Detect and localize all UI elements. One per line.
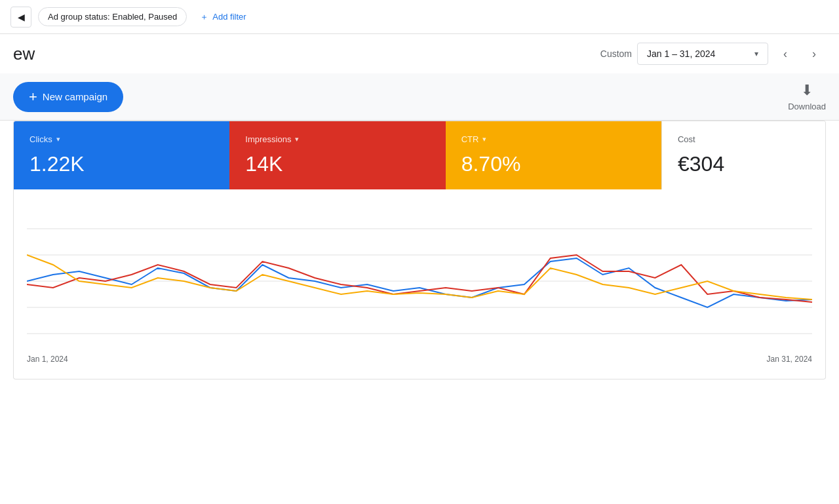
chart-x-label-start: Jan 1, 2024 bbox=[27, 355, 68, 364]
metric-card-clicks[interactable]: Clicks ▾ 1.22K bbox=[14, 121, 229, 189]
metric-label-impressions: Impressions ▾ bbox=[245, 134, 429, 144]
page-title: ew bbox=[13, 44, 35, 64]
date-controls: Custom Jan 1 – 31, 2024 ▾ ‹ › bbox=[600, 42, 826, 66]
next-date-button[interactable]: › bbox=[802, 42, 826, 66]
add-filter-icon: ＋ bbox=[200, 11, 208, 23]
plus-icon: + bbox=[29, 90, 37, 104]
metric-value-impressions: 14K bbox=[245, 152, 429, 176]
add-filter-button[interactable]: ＋ Add filter bbox=[193, 7, 252, 27]
prev-date-button[interactable]: ‹ bbox=[773, 42, 797, 66]
date-range-picker[interactable]: Jan 1 – 31, 2024 ▾ bbox=[637, 43, 768, 65]
metric-value-ctr: 8.70% bbox=[461, 152, 646, 176]
new-campaign-label: New campaign bbox=[43, 91, 107, 102]
metric-card-cost[interactable]: Cost €304 bbox=[661, 121, 825, 189]
chart-container: Jan 1, 2024 Jan 31, 2024 bbox=[13, 189, 826, 379]
metric-card-impressions[interactable]: Impressions ▾ 14K bbox=[229, 121, 445, 189]
metric-label-cost: Cost bbox=[678, 134, 810, 144]
chart-x-labels: Jan 1, 2024 Jan 31, 2024 bbox=[27, 349, 812, 369]
toolbar: + New campaign ⬇ Download bbox=[0, 73, 839, 121]
clicks-dropdown-icon: ▾ bbox=[56, 135, 60, 144]
download-icon: ⬇ bbox=[801, 82, 813, 99]
filter-bar: ◀ Ad group status: Enabled, Paused ＋ Add… bbox=[0, 0, 839, 34]
metrics-container: Clicks ▾ 1.22K Impressions ▾ 14K CTR ▾ 8… bbox=[13, 121, 826, 189]
performance-chart bbox=[27, 203, 812, 347]
chevron-down-icon: ▾ bbox=[754, 49, 758, 58]
metric-label-clicks: Clicks ▾ bbox=[29, 134, 214, 144]
status-filter-chip[interactable]: Ad group status: Enabled, Paused bbox=[38, 7, 187, 26]
download-button[interactable]: ⬇ Download bbox=[788, 82, 826, 111]
download-label: Download bbox=[788, 102, 826, 111]
toolbar-actions: ⬇ Download bbox=[788, 82, 826, 111]
custom-label: Custom bbox=[600, 48, 632, 59]
overview-header: ew Custom Jan 1 – 31, 2024 ▾ ‹ › bbox=[0, 34, 839, 73]
chart-x-label-end: Jan 31, 2024 bbox=[767, 355, 812, 364]
date-range-value: Jan 1 – 31, 2024 bbox=[647, 48, 715, 59]
ctr-dropdown-icon: ▾ bbox=[482, 135, 486, 144]
back-chip[interactable]: ◀ bbox=[10, 7, 31, 28]
metric-value-cost: €304 bbox=[678, 152, 810, 176]
metric-card-ctr[interactable]: CTR ▾ 8.70% bbox=[446, 121, 661, 189]
new-campaign-button[interactable]: + New campaign bbox=[13, 82, 123, 112]
metric-value-clicks: 1.22K bbox=[29, 152, 214, 176]
impressions-dropdown-icon: ▾ bbox=[295, 135, 299, 144]
metric-label-ctr: CTR ▾ bbox=[461, 134, 646, 144]
